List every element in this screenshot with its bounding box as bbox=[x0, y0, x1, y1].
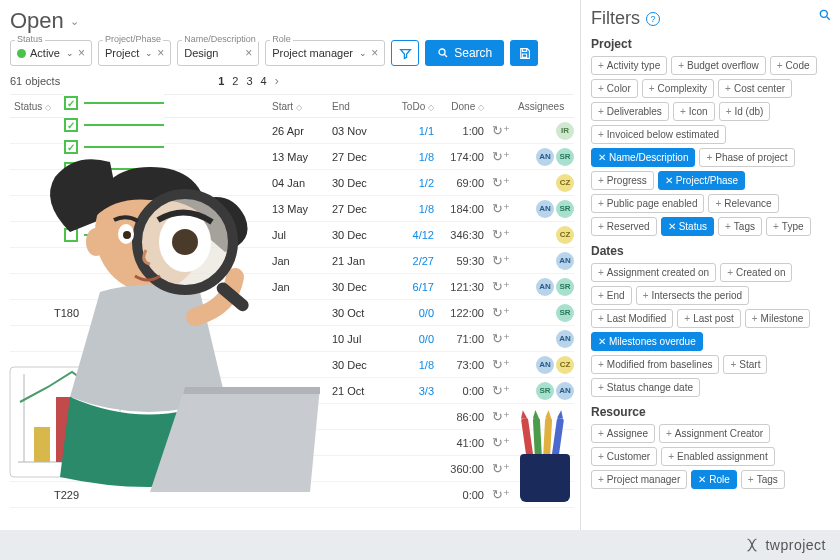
chevron-down-icon[interactable]: ⌄ bbox=[145, 48, 153, 58]
pager-page[interactable]: 1 bbox=[218, 75, 224, 87]
avatar[interactable]: AN bbox=[536, 278, 554, 296]
filter-tag[interactable]: +Budget overflow bbox=[671, 56, 766, 75]
clock-icon[interactable]: ↻⁺ bbox=[484, 175, 518, 190]
table-row[interactable]: 360:00↻⁺ bbox=[10, 456, 574, 482]
clock-icon[interactable]: ↻⁺ bbox=[484, 409, 518, 424]
filter-tag[interactable]: +Modified from baselines bbox=[591, 355, 719, 374]
avatar[interactable]: CZ bbox=[556, 226, 574, 244]
close-icon[interactable]: × bbox=[78, 46, 85, 60]
filter-tag[interactable]: ✕Project/Phase bbox=[658, 171, 745, 190]
row-todo[interactable]: 1/8 bbox=[392, 151, 434, 163]
avatar[interactable]: AN bbox=[536, 200, 554, 218]
avatar[interactable]: SR bbox=[536, 382, 554, 400]
col-assignees[interactable]: Assignees bbox=[518, 101, 574, 112]
filter-tag[interactable]: +Assignment created on bbox=[591, 263, 716, 282]
filter-tag[interactable]: +Phase of project bbox=[699, 148, 794, 167]
filter-icon-button[interactable] bbox=[391, 40, 419, 66]
filter-tag[interactable]: ✕Milestones overdue bbox=[591, 332, 703, 351]
avatar[interactable]: CZ bbox=[556, 174, 574, 192]
col-start[interactable]: Start ◇ bbox=[272, 101, 332, 112]
filter-tag[interactable]: +Invoiced below estimated bbox=[591, 125, 726, 144]
filter-tag[interactable]: +Activity type bbox=[591, 56, 667, 75]
avatar[interactable]: SR bbox=[556, 148, 574, 166]
filter-tag[interactable]: +Color bbox=[591, 79, 638, 98]
table-row[interactable]: 17 Jan86:00↻⁺ bbox=[10, 404, 574, 430]
filter-tag[interactable]: +Public page enabled bbox=[591, 194, 704, 213]
row-todo[interactable]: 3/3 bbox=[392, 385, 434, 397]
pager-page[interactable]: 3 bbox=[246, 75, 252, 87]
filter-tag[interactable]: +Assignee bbox=[591, 424, 655, 443]
filter-tag[interactable]: ✕Name/Description bbox=[591, 148, 695, 167]
filter-tag[interactable]: ✕Role bbox=[691, 470, 737, 489]
avatar[interactable]: AN bbox=[556, 382, 574, 400]
clock-icon[interactable]: ↻⁺ bbox=[484, 331, 518, 346]
col-todo[interactable]: ToDo ◇ bbox=[392, 101, 434, 112]
row-todo[interactable]: 1/8 bbox=[392, 359, 434, 371]
avatar[interactable]: AN bbox=[536, 148, 554, 166]
filter-tag[interactable]: +Reserved bbox=[591, 217, 657, 236]
filter-tag[interactable]: +Progress bbox=[591, 171, 654, 190]
close-icon[interactable]: × bbox=[245, 46, 252, 60]
pager-page[interactable]: 4 bbox=[261, 75, 267, 87]
table-row[interactable]: 02 Nov21 Oct3/30:00↻⁺SRAN bbox=[10, 378, 574, 404]
col-end[interactable]: End bbox=[332, 101, 392, 112]
clock-icon[interactable]: ↻⁺ bbox=[484, 305, 518, 320]
filter-tag[interactable]: ✕Status bbox=[661, 217, 714, 236]
clock-icon[interactable]: ↻⁺ bbox=[484, 279, 518, 294]
filter-tag[interactable]: +Project manager bbox=[591, 470, 687, 489]
table-row[interactable]: 10 Jul0/071:00↻⁺AN bbox=[10, 326, 574, 352]
clock-icon[interactable]: ↻⁺ bbox=[484, 435, 518, 450]
row-todo[interactable]: 0/0 bbox=[392, 307, 434, 319]
row-todo[interactable]: 2/27 bbox=[392, 255, 434, 267]
table-row[interactable]: T18030 Oct0/0122:00↻⁺SR bbox=[10, 300, 574, 326]
table-row[interactable]: 30 Dec1/873:00↻⁺ANCZ bbox=[10, 352, 574, 378]
avatar[interactable]: SR bbox=[556, 278, 574, 296]
filter-tag[interactable]: +Last Modified bbox=[591, 309, 673, 328]
avatar[interactable]: AN bbox=[556, 252, 574, 270]
close-icon[interactable]: × bbox=[157, 46, 164, 60]
filter-chip-status[interactable]: Status Active ⌄ × bbox=[10, 40, 92, 66]
row-todo[interactable]: 0/0 bbox=[392, 333, 434, 345]
clock-icon[interactable]: ↻⁺ bbox=[484, 201, 518, 216]
filter-tag[interactable]: +Cost center bbox=[718, 79, 792, 98]
close-icon[interactable]: × bbox=[371, 46, 378, 60]
clock-icon[interactable]: ↻⁺ bbox=[484, 383, 518, 398]
clock-icon[interactable]: ↻⁺ bbox=[484, 123, 518, 138]
table-row[interactable]: Jan30 Dec6/17121:30↻⁺ANSR bbox=[10, 274, 574, 300]
row-todo[interactable]: 6/17 bbox=[392, 281, 434, 293]
filter-tag[interactable]: +Start bbox=[723, 355, 767, 374]
col-done[interactable]: Done ◇ bbox=[434, 101, 484, 112]
clock-icon[interactable]: ↻⁺ bbox=[484, 149, 518, 164]
search-button[interactable]: Search bbox=[425, 40, 504, 66]
clock-icon[interactable]: ↻⁺ bbox=[484, 253, 518, 268]
row-todo[interactable]: 1/2 bbox=[392, 177, 434, 189]
chevron-down-icon[interactable]: ⌄ bbox=[359, 48, 367, 58]
avatar[interactable]: SR bbox=[556, 200, 574, 218]
help-icon[interactable]: ? bbox=[646, 12, 660, 26]
chevron-down-icon[interactable]: ⌄ bbox=[66, 48, 74, 58]
avatar[interactable]: SR bbox=[556, 304, 574, 322]
clock-icon[interactable]: ↻⁺ bbox=[484, 227, 518, 242]
filter-tag[interactable]: +Enabled assignment bbox=[661, 447, 774, 466]
clock-icon[interactable]: ↻⁺ bbox=[484, 357, 518, 372]
filter-tag[interactable]: +Type bbox=[766, 217, 811, 236]
save-button[interactable] bbox=[510, 40, 538, 66]
filter-tag[interactable]: +Relevance bbox=[708, 194, 778, 213]
avatar[interactable]: AN bbox=[556, 330, 574, 348]
filter-chip-role[interactable]: Role Project manager ⌄ × bbox=[265, 40, 385, 66]
filter-chip-project[interactable]: Project/Phase Project ⌄ × bbox=[98, 40, 171, 66]
row-todo[interactable]: 1/1 bbox=[392, 125, 434, 137]
filter-tag[interactable]: +Customer bbox=[591, 447, 657, 466]
filter-tag[interactable]: +Icon bbox=[673, 102, 715, 121]
filter-chip-name[interactable]: Name/Description Design × bbox=[177, 40, 259, 66]
chevron-down-icon[interactable]: ⌄ bbox=[70, 15, 79, 28]
avatar[interactable]: IR bbox=[556, 122, 574, 140]
filter-tag[interactable]: +Complexity bbox=[642, 79, 714, 98]
filter-tag[interactable]: +Deliverables bbox=[591, 102, 669, 121]
filter-tag[interactable]: +Created on bbox=[720, 263, 792, 282]
table-row[interactable]: T2290:00↻⁺ bbox=[10, 482, 574, 508]
avatar[interactable]: CZ bbox=[556, 356, 574, 374]
pager-next-icon[interactable]: › bbox=[275, 74, 279, 88]
col-status[interactable]: Status ◇ bbox=[10, 101, 54, 112]
row-todo[interactable]: 4/12 bbox=[392, 229, 434, 241]
